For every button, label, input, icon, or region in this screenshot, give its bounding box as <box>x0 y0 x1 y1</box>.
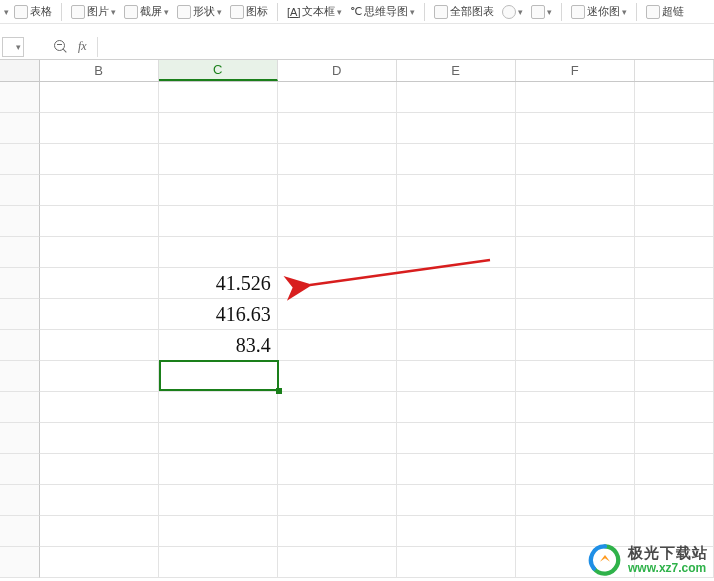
cell[interactable] <box>278 144 397 175</box>
row-header[interactable] <box>0 144 40 175</box>
ribbon-item-mindmap[interactable]: ℃ 思维导图 ▾ <box>347 4 418 19</box>
ribbon-item-sparkline[interactable]: 迷你图 ▾ <box>568 4 630 19</box>
cell[interactable] <box>278 299 397 330</box>
cell[interactable] <box>635 330 714 361</box>
cell[interactable] <box>278 268 397 299</box>
cell-c10-active[interactable] <box>159 361 278 392</box>
cell[interactable] <box>635 299 714 330</box>
fx-label[interactable]: fx <box>78 39 87 54</box>
cell[interactable] <box>397 392 516 423</box>
column-header-extra[interactable] <box>635 60 714 81</box>
cell[interactable] <box>397 237 516 268</box>
cell[interactable] <box>159 485 278 516</box>
cell[interactable] <box>278 330 397 361</box>
ribbon-item-hyperlink[interactable]: 超链 <box>643 4 687 19</box>
ribbon-item-chartmenu[interactable]: ▾ <box>499 5 526 19</box>
cell[interactable] <box>278 485 397 516</box>
cell[interactable] <box>635 268 714 299</box>
cell[interactable] <box>278 547 397 578</box>
cell[interactable] <box>159 516 278 547</box>
cell[interactable] <box>40 423 159 454</box>
cell[interactable] <box>159 454 278 485</box>
cell[interactable] <box>516 485 635 516</box>
row-header[interactable] <box>0 392 40 423</box>
cell[interactable] <box>278 454 397 485</box>
ribbon-item-table[interactable]: 表格 <box>11 4 55 19</box>
cell[interactable] <box>40 454 159 485</box>
cell-c8[interactable]: 416.63 <box>159 299 278 330</box>
zoom-out-icon[interactable] <box>54 40 68 54</box>
cell[interactable] <box>516 392 635 423</box>
cell[interactable] <box>40 516 159 547</box>
column-header-c[interactable]: C <box>159 60 278 81</box>
cell[interactable] <box>159 547 278 578</box>
cell[interactable] <box>159 82 278 113</box>
cell[interactable] <box>40 485 159 516</box>
cell[interactable] <box>516 516 635 547</box>
cell[interactable] <box>40 206 159 237</box>
name-box[interactable]: ▾ <box>2 37 24 57</box>
cell[interactable] <box>40 144 159 175</box>
cell[interactable] <box>159 113 278 144</box>
row-header[interactable] <box>0 454 40 485</box>
cell[interactable] <box>40 175 159 206</box>
ribbon-item-allcharts[interactable]: 全部图表 <box>431 4 497 19</box>
cell[interactable] <box>159 206 278 237</box>
cell[interactable] <box>40 82 159 113</box>
cell[interactable] <box>397 175 516 206</box>
ribbon-item-chartmenu2[interactable]: ▾ <box>528 5 555 19</box>
cell[interactable] <box>278 392 397 423</box>
cell[interactable] <box>635 454 714 485</box>
cell[interactable] <box>278 82 397 113</box>
cell[interactable] <box>635 175 714 206</box>
cell[interactable] <box>635 485 714 516</box>
ribbon-item-icon[interactable]: 图标 <box>227 4 271 19</box>
cell[interactable] <box>516 454 635 485</box>
cell[interactable] <box>278 516 397 547</box>
cell[interactable] <box>397 268 516 299</box>
cell[interactable] <box>635 423 714 454</box>
cell[interactable] <box>278 361 397 392</box>
cell[interactable] <box>159 423 278 454</box>
cell[interactable] <box>516 330 635 361</box>
cell[interactable] <box>516 423 635 454</box>
column-header-b[interactable]: B <box>40 60 159 81</box>
cell[interactable] <box>397 361 516 392</box>
row-header[interactable] <box>0 516 40 547</box>
column-header-e[interactable]: E <box>397 60 516 81</box>
cell[interactable] <box>516 237 635 268</box>
row-header[interactable] <box>0 82 40 113</box>
cell-c9[interactable]: 83.4 <box>159 330 278 361</box>
row-header[interactable] <box>0 299 40 330</box>
cell[interactable] <box>397 454 516 485</box>
cell[interactable] <box>159 392 278 423</box>
formula-input[interactable] <box>97 37 714 57</box>
ribbon-item-textbox[interactable]: [A] 文本框 ▾ <box>284 4 345 19</box>
cell[interactable] <box>40 547 159 578</box>
row-header[interactable] <box>0 113 40 144</box>
select-all-corner[interactable] <box>0 60 40 81</box>
cell[interactable] <box>278 237 397 268</box>
row-header[interactable] <box>0 268 40 299</box>
cell[interactable] <box>40 361 159 392</box>
row-header[interactable] <box>0 423 40 454</box>
cell[interactable] <box>40 330 159 361</box>
row-header[interactable] <box>0 547 40 578</box>
cell[interactable] <box>40 237 159 268</box>
cell[interactable] <box>635 113 714 144</box>
cell[interactable] <box>635 144 714 175</box>
cell[interactable] <box>397 113 516 144</box>
cell[interactable] <box>516 299 635 330</box>
cell[interactable] <box>159 175 278 206</box>
cell[interactable] <box>516 175 635 206</box>
cell[interactable] <box>516 268 635 299</box>
cell[interactable] <box>635 547 714 578</box>
row-header[interactable] <box>0 330 40 361</box>
row-header[interactable] <box>0 485 40 516</box>
cell[interactable] <box>516 113 635 144</box>
ribbon-item-shape[interactable]: 形状 ▾ <box>174 4 225 19</box>
cell[interactable] <box>635 361 714 392</box>
cell[interactable] <box>635 237 714 268</box>
cell[interactable] <box>397 516 516 547</box>
cell[interactable] <box>397 330 516 361</box>
